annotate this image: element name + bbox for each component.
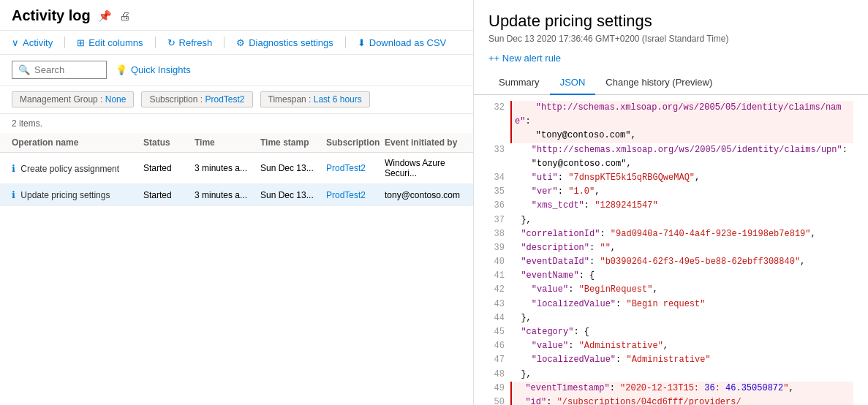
time: 3 minutes a... [195,163,260,173]
json-line: 47 "localizedValue": "Administrative" [488,353,853,367]
event-by: Windows Azure Securi... [385,158,461,178]
download-icon: ⬇ [358,37,366,48]
operation-name: ℹ Create policy assignment [12,163,143,174]
tab-summary[interactable]: Summary [488,71,550,95]
refresh-icon: ↻ [167,37,176,48]
info-icon: ℹ [12,163,15,174]
line-code: "description": "", [510,241,853,255]
info-icon: ℹ [12,189,15,200]
subscription-link[interactable]: ProdTest2 [326,163,385,173]
refresh-button[interactable]: ↻ Refresh [167,37,213,48]
timestamp: Sun Dec 13... [260,163,326,173]
json-line: 34 "uti": "7dnspKTE5k15qRBGQweMAQ", [488,171,853,185]
time: 3 minutes a... [195,190,260,200]
separator [155,37,156,48]
filter-tag[interactable]: Management Group : None [12,91,134,107]
json-line: 40 "eventDataId": "b0390264-62f3-49e5-be… [488,255,853,269]
line-code: "xms_tcdt": "1289241547" [510,199,853,213]
json-line: 37 }, [488,213,853,227]
json-line: 39 "description": "", [488,241,853,255]
column-header: Subscription [326,137,385,148]
left-panel: Activity log 📌 🖨 ∨ Activity ⊞ Edit colum… [0,0,474,405]
line-code: "tony@contoso.com", [510,129,853,143]
filter-tag[interactable]: Subscription : ProdTest2 [141,91,252,107]
line-number: 32 [488,101,505,129]
column-header: Status [143,137,195,148]
new-alert-button[interactable]: + + New alert rule [474,53,868,71]
line-code: "localizedValue": "Begin request" [510,298,853,311]
line-code: "http://schemas.xmlsoap.org/ws/2005/05/i… [510,143,853,157]
line-code: "tony@contoso.com", [510,157,853,171]
line-number: 41 [488,269,505,283]
chevron-down-icon: ∨ [12,37,19,48]
page-header: Activity log 📌 🖨 [0,0,473,31]
line-number: 46 [488,339,505,353]
status: Started [143,190,195,200]
line-number: 36 [488,199,505,213]
line-number: 50 [488,395,505,405]
line-number: 33 [488,143,505,157]
separator [224,37,224,48]
json-line: 35 "ver": "1.0", [488,185,853,199]
detail-subtitle: Sun Dec 13 2020 17:36:46 GMT+0200 (Israe… [474,34,868,53]
line-number: 45 [488,325,505,339]
separator [345,37,346,48]
json-line: 36 "xms_tcdt": "1289241547" [488,199,853,213]
table-row[interactable]: ℹ Update pricing settings Started 3 minu… [0,184,473,206]
json-line: 50 "id": "/subscriptions/04cd6fff/provid… [488,395,853,405]
line-number: 48 [488,368,505,382]
pin-icon[interactable]: 📌 [98,10,112,23]
line-number: 40 [488,255,505,269]
edit-columns-button[interactable]: ⊞ Edit columns [77,37,143,48]
table-row[interactable]: ℹ Create policy assignment Started 3 min… [0,153,473,184]
json-line: 42 "value": "BeginRequest", [488,283,853,297]
line-number: 37 [488,213,505,227]
json-line: "tony@contoso.com", [488,129,853,143]
table-body: ℹ Create policy assignment Started 3 min… [0,153,473,206]
json-line: "tony@contoso.com", [488,157,853,171]
items-count: 2 items. [0,114,473,133]
diagnostics-button[interactable]: ⚙ Diagnostics settings [236,37,333,48]
line-code: "value": "BeginRequest", [510,283,853,297]
line-code: "eventTimestamp": "2020-12-13T15: 36: 46… [510,382,853,395]
json-line: 48 }, [488,368,853,382]
json-line: 45 "category": { [488,325,853,339]
line-number: 43 [488,298,505,311]
line-code: }, [510,213,853,227]
download-button[interactable]: ⬇ Download as CSV [358,37,447,48]
lightbulb-icon: 💡 [116,64,127,75]
search-icon: 🔍 [18,64,30,75]
line-number: 47 [488,353,505,367]
tab-change-history-preview[interactable]: Change history (Preview) [595,71,722,95]
toolbar: ∨ Activity ⊞ Edit columns ↻ Refresh ⚙ Di… [0,31,473,55]
table-header: Operation nameStatusTimeTime stampSubscr… [0,133,473,153]
json-line: 38 "correlationId": "9ad0940a-7140-4a4f-… [488,227,853,241]
filter-tag[interactable]: Timespan : Last 6 hours [260,91,370,107]
json-line: 43 "localizedValue": "Begin request" [488,298,853,311]
plus-icon: + [488,53,494,64]
filters-bar: Management Group : NoneSubscription : Pr… [0,86,473,114]
tab-json[interactable]: JSON [550,71,596,95]
page-title: Activity log [12,7,91,24]
subscription-link[interactable]: ProdTest2 [326,190,385,200]
columns-icon: ⊞ [77,37,85,48]
quick-insights-button[interactable]: 💡 Quick Insights [116,64,191,75]
search-bar: 🔍 💡 Quick Insights [0,55,473,86]
activity-button[interactable]: ∨ Activity [12,37,53,48]
json-line: 49 "eventTimestamp": "2020-12-13T15: 36:… [488,382,853,395]
line-code: "eventName": { [510,269,853,283]
search-input[interactable] [34,64,100,75]
line-number: 44 [488,311,505,325]
line-code: "localizedValue": "Administrative" [510,353,853,367]
json-viewer[interactable]: 32 "http://schemas.xmlsoap.org/ws/2005/0… [474,95,868,405]
line-number: 35 [488,185,505,199]
json-line: 46 "value": "Administrative", [488,339,853,353]
line-number: 42 [488,283,505,297]
print-icon[interactable]: 🖨 [119,10,130,22]
column-header: Event initiated by [385,137,461,148]
line-code: "id": "/subscriptions/04cd6fff/providers… [510,395,853,405]
json-line: 41 "eventName": { [488,269,853,283]
line-number: 38 [488,227,505,241]
line-code: }, [510,311,853,325]
search-field[interactable]: 🔍 [12,61,107,79]
